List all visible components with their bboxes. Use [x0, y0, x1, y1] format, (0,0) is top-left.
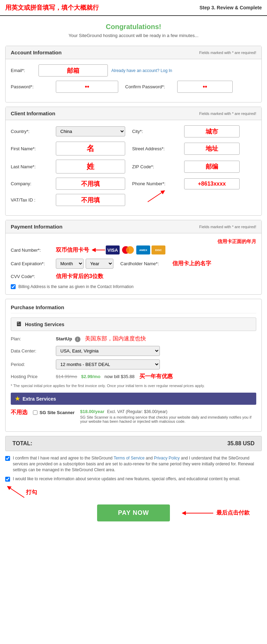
plan-annotation: 美国东部，国内速度也快 — [85, 336, 146, 341]
zip-field[interactable] — [184, 161, 240, 173]
svg-line-0 — [148, 191, 163, 202]
datacenter-row: Data Center: USA, East, Virginia — [11, 346, 256, 356]
tos-link[interactable]: Terms of Service — [114, 456, 145, 460]
lastname-label: Last Name*: — [11, 164, 56, 169]
street-field[interactable] — [184, 143, 240, 155]
confirm-password-label: Confirm Password*: — [125, 84, 177, 89]
period-select[interactable]: 12 months - BEST DEAL — [56, 359, 160, 369]
hosting-price-row: Hosting Price $14.99/mo $2.99/mo now bil… — [11, 373, 256, 380]
billing-checkbox-row: Billing Address is the same as given in … — [11, 284, 256, 289]
total-value: 35.88 USD — [227, 440, 255, 447]
month-select[interactable]: Month 01020304 05060708 09101112 — [56, 259, 84, 269]
hosting-services-header: 🖥 Hosting Services — [11, 317, 256, 331]
scanner-checkbox-area: 不用选 SG Site Scanner — [11, 409, 80, 416]
pay-arrow — [180, 506, 215, 520]
plan-label: Plan: — [11, 336, 56, 341]
congrats-subtitle: Your SiteGround hosting account will be … — [0, 33, 267, 38]
zip-label: ZIP Code*: — [132, 164, 184, 169]
plan-info-icon[interactable]: i — [75, 337, 80, 342]
visa-icon: VISA — [106, 245, 120, 254]
lastname-zip-row: Last Name*: ZIP Code*: — [11, 160, 256, 173]
step-label: Step 3. Review & Complete — [199, 5, 262, 10]
cvv-label: CVV Code*: — [11, 274, 56, 279]
account-info-card: Account Information Fields marked with *… — [5, 46, 262, 102]
phone-group: Phone Number*: — [132, 178, 256, 189]
hosting-price-label: Hosting Price — [11, 374, 56, 379]
scanner-desc: SG Site Scanner is a monitoring service … — [80, 415, 256, 423]
check-annotation: 打勾 — [26, 489, 37, 496]
zip-group: ZIP Code*: — [132, 161, 256, 173]
amex-icon: AMEX — [136, 245, 150, 254]
account-info-title: Account Information — [11, 50, 62, 55]
period-label: Period: — [11, 362, 56, 367]
expiry-cardholder-row: Card Expiration*: Month 01020304 0506070… — [11, 259, 256, 269]
vat-field[interactable] — [56, 194, 125, 206]
terms-checkbox-2[interactable] — [5, 477, 10, 482]
cardholder-label: Cardholder Name*: — [120, 261, 172, 266]
price-group: $14.99/mo $2.99/mo now bill $35.88 买一年有优… — [56, 373, 256, 380]
hosting-header-label: Hosting Services — [25, 322, 64, 327]
hosting-icon: 🖥 — [15, 321, 21, 328]
city-field[interactable] — [184, 125, 240, 137]
vat-row: VAT/Tax ID : — [11, 194, 256, 206]
star-icon: ★ — [15, 395, 20, 402]
account-info-body: Email*: Already have an account? Log In … — [6, 59, 261, 102]
terms-checkbox-1[interactable] — [5, 456, 10, 461]
price-bill: now bill $35.88 — [104, 374, 135, 379]
top-annotation: 用英文或拼音填写，填个大概就行 — [5, 3, 199, 12]
card-arrow — [92, 246, 106, 254]
firstname-label: First Name*: — [11, 146, 56, 151]
purchase-info-title: Purchase Information — [11, 304, 256, 313]
confirm-password-field[interactable] — [177, 81, 233, 93]
terms-text-2: I would like to receive information abou… — [13, 476, 240, 482]
password-label: Password*: — [11, 84, 56, 89]
country-city-row: Country*: China City*: — [11, 125, 256, 137]
payment-info-card: Payment Information Fields marked with *… — [5, 220, 262, 295]
client-info-title: Client Information — [11, 110, 55, 116]
card-expiration-label: Card Expiration*: — [11, 261, 56, 266]
client-info-card: Client Information Fields marked with * … — [5, 107, 262, 216]
terms-text-1: I confirm that I have read and agree to … — [13, 455, 262, 473]
phone-field[interactable] — [184, 178, 240, 189]
scanner-price: $18.00/year — [80, 409, 104, 414]
email-field[interactable] — [38, 64, 108, 77]
total-label: TOTAL: — [12, 440, 32, 447]
scanner-info: $18.00/year Excl. VAT (Regular: $36.00/y… — [80, 409, 256, 423]
price-annotation: 买一年有优惠 — [139, 373, 173, 379]
client-info-header: Client Information Fields marked with * … — [6, 107, 261, 120]
phone-arrow — [146, 190, 167, 204]
privacy-link[interactable]: Privacy Policy — [154, 456, 180, 460]
svg-line-4 — [9, 487, 24, 498]
check-arrow — [5, 485, 26, 499]
pay-now-button[interactable]: PAY NOW — [97, 504, 170, 521]
login-link[interactable]: Already have an account? Log In — [111, 68, 172, 73]
phone-label: Phone Number*: — [132, 181, 184, 186]
password-field[interactable] — [56, 81, 118, 93]
plan-row: Plan: StartUp i 美国东部，国内速度也快 — [11, 335, 256, 342]
billing-checkbox[interactable] — [11, 284, 16, 289]
congrats-section: Congratulations! Your SiteGround hosting… — [0, 18, 267, 42]
plan-group: StartUp i 美国东部，国内速度也快 — [56, 335, 256, 342]
email-row: Email*: Already have an account? Log In — [11, 64, 256, 77]
plan-name: StartUp — [56, 336, 72, 341]
payment-info-body: 信用卡正面的年月 Card Number*: 双币信用卡号 VISA AMEX … — [6, 233, 261, 294]
scanner-row: 不用选 SG Site Scanner $18.00/year Excl. VA… — [11, 409, 256, 423]
lastname-field[interactable] — [56, 160, 125, 173]
cvv-annotation: 信用卡背后的3位数 — [56, 273, 103, 280]
city-group: City*: — [132, 125, 256, 137]
company-field[interactable] — [56, 178, 125, 190]
payment-info-title: Payment Information — [11, 224, 62, 230]
extra-header-label: Extra Services — [23, 396, 56, 402]
price-new: $2.99/mo — [81, 374, 101, 379]
card-number-row: Card Number*: 双币信用卡号 VISA AMEX DISC — [11, 245, 256, 254]
datacenter-select[interactable]: USA, East, Virginia — [56, 346, 160, 356]
discover-icon: DISC — [152, 245, 165, 254]
pay-annotation: 最后点击付款 — [216, 509, 250, 517]
company-label: Company: — [11, 181, 56, 186]
card-icons: VISA AMEX DISC — [106, 245, 165, 254]
scanner-checkbox[interactable] — [33, 410, 37, 415]
country-select[interactable]: China — [56, 126, 125, 136]
year-select[interactable]: Year 202420252026 202720282029 — [86, 259, 113, 269]
payment-info-header: Payment Information Fields marked with *… — [6, 220, 261, 233]
firstname-field[interactable] — [56, 142, 125, 155]
